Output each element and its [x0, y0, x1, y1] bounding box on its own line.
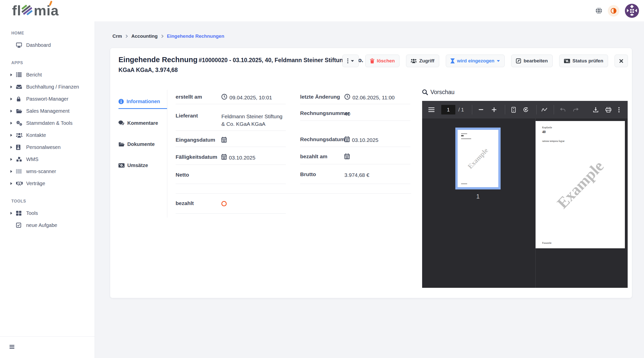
- sidebar: HOME Dashboard APPS Bericht Buchhaltung …: [0, 21, 95, 358]
- breadcrumb: Crm Accounting Eingehende Rechnungen: [112, 33, 224, 39]
- pdf-page-total: / 1: [458, 107, 464, 113]
- tab-list: Informationen Kommentare Dokumente Umsät…: [118, 95, 167, 179]
- pdf-thumbnail-number: 1: [455, 193, 501, 200]
- caret-right-icon: [10, 134, 16, 137]
- field-rechnungsnummer: Rechnungsnummer 40: [300, 104, 410, 121]
- pdf-zoom-out-button[interactable]: [476, 104, 486, 115]
- inbox-icon: [16, 85, 26, 89]
- lock-icon: [16, 96, 26, 102]
- pdf-draw-button[interactable]: [539, 104, 550, 115]
- list-icon: [16, 72, 26, 77]
- sidebar-item-wms-scanner[interactable]: wms-scanner: [0, 165, 95, 177]
- sidebar-section-home: HOME: [0, 31, 95, 35]
- caret-right-icon: [10, 122, 16, 125]
- delete-button[interactable]: löschen: [365, 55, 400, 67]
- more-actions-button[interactable]: [342, 55, 359, 67]
- clock-icon: [221, 94, 227, 100]
- sidebar-item-dashboard[interactable]: Dashboard: [0, 39, 95, 51]
- caret-right-icon: [10, 97, 16, 101]
- breadcrumb-crm[interactable]: Crm: [112, 33, 122, 39]
- sidebar-item-passwort-manager[interactable]: Passwort-Manager: [0, 93, 95, 105]
- caret-right-icon: [10, 170, 16, 173]
- language-globe-button[interactable]: [595, 7, 602, 14]
- undo-icon: [560, 108, 566, 112]
- tab-informationen[interactable]: Informationen: [118, 95, 167, 109]
- clock-icon: [344, 94, 350, 100]
- sidebar-item-vertraege[interactable]: Verträge: [0, 177, 95, 189]
- page-title: Eingehende Rechnung #10000020 - 03.10.20…: [118, 55, 368, 75]
- pdf-print-button[interactable]: [603, 104, 614, 115]
- redo-icon: [573, 108, 579, 112]
- pdf-rotate-button[interactable]: [521, 104, 531, 115]
- sidebar-item-sales-management[interactable]: Sales Management: [0, 105, 95, 117]
- field-bezahlt-am: bezahlt am: [300, 147, 410, 164]
- hourglass-icon: [451, 58, 455, 63]
- field-brutto: Brutto 3.974,68 €: [300, 164, 410, 184]
- field-eingangsdatum: Eingangsdatum: [176, 131, 286, 147]
- app-logo[interactable]: fl mia: [12, 2, 59, 19]
- sidebar-section-apps: APPS: [0, 61, 95, 65]
- tab-dokumente[interactable]: Dokumente: [118, 137, 167, 151]
- document-header-text: Kopfzeile: [542, 126, 552, 129]
- magnifier-icon: [422, 89, 428, 95]
- pdf-sidebar-toggle-button[interactable]: [426, 104, 437, 115]
- sidebar-item-tools[interactable]: Tools: [0, 207, 95, 219]
- edit-button[interactable]: bearbeiten: [511, 55, 552, 67]
- status-dropdown-button[interactable]: wird eingezogen: [446, 55, 505, 67]
- sidebar-item-buchhaltung-finanzen[interactable]: Buchhaltung / Finanzen: [0, 81, 95, 93]
- folder-open-icon: [16, 109, 26, 113]
- tab-umsaetze[interactable]: Umsätze: [118, 158, 167, 172]
- pdf-undo-button[interactable]: [557, 104, 568, 115]
- sidebar-item-wms[interactable]: WMS: [0, 153, 95, 165]
- theme-contrast-button[interactable]: [608, 5, 619, 17]
- sidebar-item-bericht[interactable]: Bericht: [0, 69, 95, 81]
- draw-squiggle-icon: [541, 107, 547, 112]
- calendar-icon: [221, 137, 227, 143]
- pdf-download-button[interactable]: [590, 104, 601, 115]
- hamburger-icon: [10, 345, 14, 349]
- access-button[interactable]: Zugriff: [406, 55, 439, 67]
- tabs-divider: [167, 90, 167, 218]
- close-button[interactable]: [615, 55, 628, 67]
- thumbnail-watermark: Example: [466, 147, 490, 171]
- check-status-button[interactable]: Status prüfen: [559, 55, 608, 67]
- sidebar-collapse-button[interactable]: [10, 345, 14, 350]
- rotate-icon: [523, 107, 529, 112]
- kebab-icon: [347, 58, 348, 63]
- check-square-icon: [16, 223, 26, 228]
- calendar-icon: [344, 153, 350, 159]
- info-circle-icon: [118, 99, 124, 104]
- pdf-zoom-in-button[interactable]: [489, 104, 499, 115]
- sidebar-item-stammdaten-tools[interactable]: Stammdaten & Tools: [0, 117, 95, 129]
- preview-heading: Vorschau: [422, 89, 455, 96]
- money-bill-icon: [118, 163, 125, 168]
- users-icon: [16, 133, 26, 138]
- pdf-fit-page-button[interactable]: [508, 104, 519, 115]
- barcode-icon: [16, 169, 26, 174]
- caret-right-icon: [10, 73, 16, 76]
- document-body-text: ratione tempora fugiat: [542, 140, 565, 142]
- sidebar-item-neue-aufgabe[interactable]: neue Aufgabe: [0, 219, 95, 231]
- form-divider-row: [176, 184, 411, 194]
- field-faelligkeitsdatum: Fälligkeitsdatum 03.10.2025: [176, 147, 286, 165]
- print-icon: [606, 107, 611, 112]
- pdf-page-input[interactable]: [441, 105, 455, 114]
- pdf-thumbnail-page-1[interactable]: Example: [455, 128, 501, 189]
- tab-kommentare[interactable]: Kommentare: [118, 116, 167, 130]
- caret-right-icon: [10, 85, 16, 89]
- logo-o-stripes-icon: [22, 3, 33, 19]
- caret-right-icon: [10, 158, 16, 161]
- sidebar-item-personalwesen[interactable]: Personalwesen: [0, 141, 95, 153]
- pdf-more-options-button[interactable]: [614, 104, 624, 115]
- breadcrumb-accounting[interactable]: Accounting: [131, 33, 158, 39]
- sidebar-item-kontakte[interactable]: Kontakte: [0, 129, 95, 141]
- grid-icon: [16, 211, 26, 216]
- invoice-form: erstellt am 09.04.2025, 10:01 Lieferant …: [176, 90, 411, 214]
- hamburger-icon: [428, 107, 434, 112]
- breadcrumb-current[interactable]: Eingehende Rechnungen: [167, 33, 224, 39]
- trash-icon: [370, 58, 374, 63]
- pdf-content-area: Example 1 Kopfzeile 40 ratione tempora f…: [422, 118, 628, 288]
- pdf-redo-button[interactable]: [571, 104, 581, 115]
- document-watermark: Example: [553, 157, 607, 212]
- user-avatar-button[interactable]: [625, 4, 639, 18]
